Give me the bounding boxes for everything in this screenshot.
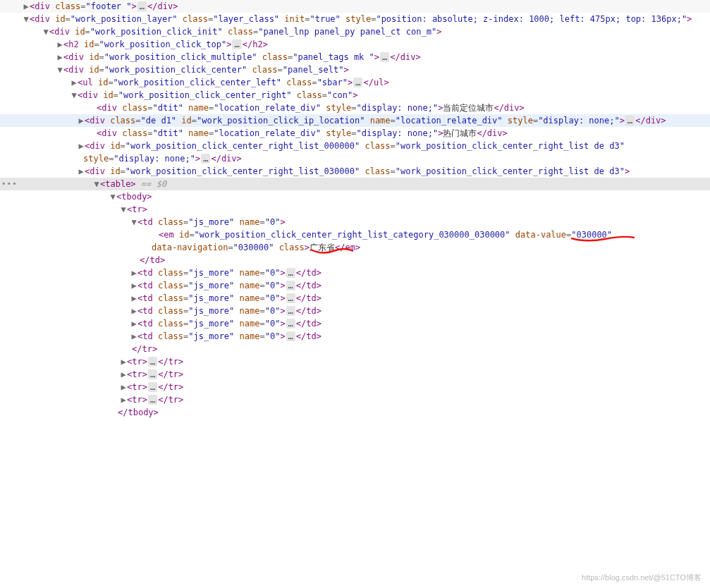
expand-arrow-icon[interactable]: ▶ bbox=[78, 165, 85, 178]
source-line[interactable]: ▶<div class="footer ">…</div> bbox=[0, 0, 710, 13]
expand-arrow-icon[interactable]: ▶ bbox=[120, 368, 127, 381]
ellipsis-expand[interactable]: … bbox=[148, 395, 157, 405]
collapse-arrow-icon[interactable]: ▼ bbox=[56, 63, 63, 76]
expand-arrow-icon[interactable]: ▶ bbox=[120, 381, 127, 393]
source-line[interactable]: ▶<td class="js_more" name="0">…</td> bbox=[0, 267, 710, 279]
expand-arrow-icon[interactable]: ▶ bbox=[120, 355, 127, 368]
text-node: 广东省 bbox=[310, 243, 335, 252]
dom-tree[interactable]: ▶<div class="footer ">…</div>▼<div id="w… bbox=[0, 0, 710, 419]
ellipsis-expand[interactable]: … bbox=[148, 369, 157, 379]
ellipsis-expand[interactable]: … bbox=[148, 382, 157, 392]
source-line[interactable]: ▶<div id="work_position_click_center_rig… bbox=[0, 165, 710, 178]
source-line[interactable]: ▼<td class="js_more" name="0"> bbox=[0, 216, 710, 228]
gutter-overflow-icon: ••• bbox=[1, 178, 18, 190]
expand-arrow-icon[interactable]: ▶ bbox=[56, 51, 63, 63]
expand-arrow-icon[interactable]: ▶ bbox=[130, 292, 137, 305]
ellipsis-expand[interactable]: … bbox=[286, 281, 295, 290]
collapse-arrow-icon[interactable]: ▼ bbox=[42, 25, 49, 38]
text-node: 当前定位城市 bbox=[443, 103, 494, 113]
source-line[interactable]: ▼<div id="work_position_layer" class="la… bbox=[0, 13, 710, 25]
source-line[interactable]: style="display: none;">…</div> bbox=[0, 152, 710, 165]
source-line[interactable]: ▼<tr> bbox=[0, 203, 710, 216]
text-node: 热门城市 bbox=[443, 128, 477, 138]
collapse-arrow-icon[interactable]: ▼ bbox=[130, 216, 137, 228]
expand-arrow-icon[interactable]: ▶ bbox=[78, 140, 85, 152]
selected-node-indicator: == $0 bbox=[136, 179, 166, 189]
source-line[interactable]: ▶<tr>…</tr> bbox=[0, 381, 710, 393]
expand-arrow-icon[interactable]: ▶ bbox=[130, 279, 137, 292]
source-line[interactable]: ▶<div id="work_position_click_multiple" … bbox=[0, 51, 710, 63]
expand-arrow-icon[interactable]: ▶ bbox=[130, 267, 137, 279]
ellipsis-expand[interactable]: … bbox=[286, 306, 295, 316]
collapse-arrow-icon[interactable]: ▼ bbox=[23, 13, 30, 25]
source-line[interactable]: <div class="dtit" name="location_relate_… bbox=[0, 127, 710, 140]
expand-arrow-icon[interactable]: ▶ bbox=[130, 305, 137, 317]
ellipsis-expand[interactable]: … bbox=[625, 116, 635, 125]
source-line[interactable]: <div class="dtit" name="location_relate_… bbox=[0, 102, 710, 114]
expand-arrow-icon[interactable]: ▶ bbox=[130, 317, 137, 330]
source-line[interactable]: ▶<td class="js_more" name="0">…</td> bbox=[0, 292, 710, 305]
source-line[interactable]: ▶<h2 id="work_position_click_top">…</h2> bbox=[0, 38, 710, 51]
collapse-arrow-icon[interactable]: ▼ bbox=[93, 178, 100, 190]
ellipsis-expand[interactable]: … bbox=[232, 39, 241, 49]
source-line[interactable]: ▼<div id="work_position_click_center_rig… bbox=[0, 89, 710, 102]
ellipsis-expand[interactable]: … bbox=[286, 293, 295, 303]
source-line[interactable]: ▶<tr>…</tr> bbox=[0, 355, 710, 368]
ellipsis-expand[interactable]: … bbox=[353, 78, 362, 87]
source-line[interactable]: </tr> bbox=[0, 343, 710, 355]
source-line[interactable]: ▶<div class="de d1" id="work_position_cl… bbox=[0, 114, 710, 127]
source-line[interactable]: •••▼<table> == $0 bbox=[0, 178, 710, 190]
collapse-arrow-icon[interactable]: ▼ bbox=[109, 190, 116, 203]
source-line[interactable]: ▼<div id="work_position_click_init" clas… bbox=[0, 25, 710, 38]
ellipsis-expand[interactable]: … bbox=[286, 268, 295, 278]
ellipsis-expand[interactable]: … bbox=[286, 331, 295, 341]
ellipsis-expand[interactable]: … bbox=[148, 357, 157, 367]
ellipsis-expand[interactable]: … bbox=[201, 154, 210, 164]
expand-arrow-icon[interactable]: ▶ bbox=[23, 0, 30, 13]
expand-arrow-icon[interactable]: ▶ bbox=[130, 330, 137, 343]
ellipsis-expand[interactable]: … bbox=[137, 1, 147, 11]
source-line[interactable]: ▶<tr>…</tr> bbox=[0, 393, 710, 406]
source-line[interactable]: ▶<td class="js_more" name="0">…</td> bbox=[0, 305, 710, 317]
expand-arrow-icon[interactable]: ▶ bbox=[71, 76, 78, 89]
source-line[interactable]: <em id="work_position_click_center_right… bbox=[0, 228, 710, 241]
collapse-arrow-icon[interactable]: ▼ bbox=[120, 203, 127, 216]
source-line[interactable]: ▶<td class="js_more" name="0">…</td> bbox=[0, 317, 710, 330]
ellipsis-expand[interactable]: … bbox=[286, 319, 295, 329]
source-line[interactable]: </tbody> bbox=[0, 406, 710, 419]
source-line[interactable]: ▼<div id="work_position_click_center" cl… bbox=[0, 63, 710, 76]
source-line[interactable]: </td> bbox=[0, 254, 710, 267]
expand-arrow-icon[interactable]: ▶ bbox=[120, 393, 127, 406]
ellipsis-expand[interactable]: … bbox=[380, 52, 389, 62]
expand-arrow-icon[interactable]: ▶ bbox=[78, 114, 85, 127]
source-line[interactable]: ▶<td class="js_more" name="0">…</td> bbox=[0, 330, 710, 343]
source-line[interactable]: ▶<tr>…</tr> bbox=[0, 368, 710, 381]
expand-arrow-icon[interactable]: ▶ bbox=[56, 38, 63, 51]
source-line[interactable]: ▶<div id="work_position_click_center_rig… bbox=[0, 140, 710, 152]
source-line[interactable]: ▶<ul id="work_position_click_center_left… bbox=[0, 76, 710, 89]
source-line[interactable]: data-navigation="030000" class>广东省</em> bbox=[0, 241, 710, 254]
collapse-arrow-icon[interactable]: ▼ bbox=[71, 89, 78, 102]
source-line[interactable]: ▶<td class="js_more" name="0">…</td> bbox=[0, 279, 710, 292]
source-line[interactable]: ▼<tbody> bbox=[0, 190, 710, 203]
